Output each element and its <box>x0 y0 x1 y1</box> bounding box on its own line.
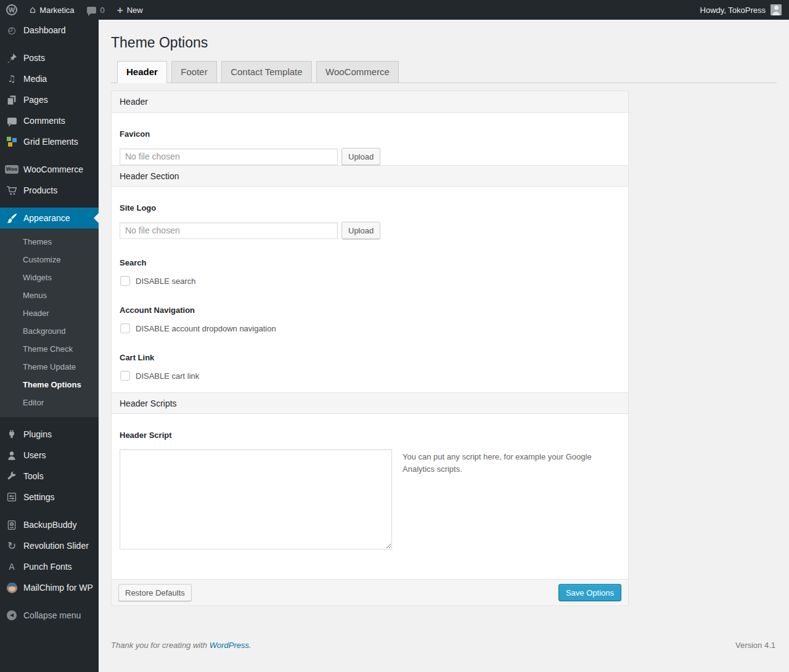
disable-account-nav-label: DISABLE account dropdown navigation <box>136 324 276 333</box>
header-script-help-text: You can put any script here, for example… <box>403 449 595 476</box>
disable-search-checkbox[interactable] <box>120 276 130 286</box>
disable-cart-link-checkbox[interactable] <box>120 371 130 381</box>
sidebar-item-label: Revolution Slider <box>23 541 89 551</box>
section-header-scripts: Header Scripts <box>112 392 628 414</box>
disable-cart-link-label: DISABLE cart link <box>136 371 199 381</box>
sidebar-item-plugins[interactable]: Plugins <box>0 424 99 445</box>
sidebar-item-appearance[interactable]: Appearance <box>0 208 99 229</box>
mailchimp-monkey-icon <box>6 583 18 593</box>
sidebar-item-label: Comments <box>23 116 65 126</box>
new-content-button[interactable]: + New <box>111 0 149 20</box>
collapse-menu-label: Collapse menu <box>23 610 81 620</box>
disable-search-label: DISABLE search <box>136 277 196 286</box>
appearance-submenu: Themes Customize Widgets Menus Header Ba… <box>0 229 99 417</box>
panel-footer: Restore Defaults Save Options <box>112 579 628 605</box>
tab-bar: Header Footer Contact Template WooCommer… <box>111 61 777 83</box>
sidebar-item-mailchimp[interactable]: MailChimp for WP <box>0 577 99 598</box>
wrench-icon <box>6 471 18 481</box>
disable-cart-link-row: DISABLE cart link <box>120 371 620 391</box>
sidebar-item-users[interactable]: Users <box>0 445 99 466</box>
disable-account-nav-row: DISABLE account dropdown navigation <box>120 323 620 333</box>
refresh-arrows-icon: ↻ <box>6 541 18 551</box>
comments-icon <box>6 118 18 124</box>
submenu-item-themes[interactable]: Themes <box>0 233 99 251</box>
sidebar-item-media[interactable]: ♫ Media <box>0 68 99 89</box>
submenu-item-header[interactable]: Header <box>0 304 99 322</box>
menu-separator <box>0 152 99 159</box>
user-icon <box>6 450 18 461</box>
woocommerce-badge-icon: Woo <box>6 165 18 174</box>
letter-a-icon: A <box>6 562 18 571</box>
site-logo-label: Site Logo <box>120 187 620 213</box>
menu-separator <box>0 417 99 424</box>
section-header-section: Header Section <box>112 165 628 187</box>
sidebar-item-label: Products <box>23 185 57 195</box>
submenu-item-theme-update[interactable]: Theme Update <box>0 358 99 376</box>
header-script-label: Header Script <box>120 414 620 440</box>
site-logo-file-input[interactable] <box>120 222 338 239</box>
wordpress-logo-button[interactable]: W <box>0 0 23 20</box>
favicon-file-input[interactable] <box>120 148 338 165</box>
sidebar-item-pages[interactable]: Pages <box>0 89 99 110</box>
tab-contact-template[interactable]: Contact Template <box>221 61 311 83</box>
submenu-item-theme-check[interactable]: Theme Check <box>0 340 99 358</box>
disable-search-row: DISABLE search <box>120 276 620 286</box>
sidebar-item-products[interactable]: Products <box>0 180 99 201</box>
comment-count: 0 <box>100 6 105 15</box>
submenu-item-widgets[interactable]: Widgets <box>0 269 99 286</box>
admin-sidebar: ◴ Dashboard Posts ♫ Media Pages Comments… <box>0 20 99 672</box>
sidebar-item-backupbuddy[interactable]: BackupBuddy <box>0 514 99 535</box>
sidebar-item-label: Users <box>23 450 46 460</box>
submenu-item-background[interactable]: Background <box>0 322 99 340</box>
sidebar-item-label: MailChimp for WP <box>23 583 93 593</box>
sidebar-item-label: Punch Fonts <box>23 562 72 572</box>
submenu-item-editor[interactable]: Editor <box>0 394 99 411</box>
sidebar-item-label: Plugins <box>23 429 52 439</box>
cart-link-label: Cart Link <box>120 333 620 362</box>
sidebar-item-label: Pages <box>23 95 48 105</box>
disable-account-nav-checkbox[interactable] <box>120 323 130 333</box>
sidebar-item-revolution-slider[interactable]: ↻ Revolution Slider <box>0 535 99 556</box>
sidebar-item-posts[interactable]: Posts <box>0 47 99 68</box>
sidebar-item-label: Posts <box>23 53 45 63</box>
user-avatar[interactable] <box>771 4 782 15</box>
header-section-fields: Site Logo Upload Search DISABLE search A… <box>112 187 628 391</box>
favicon-upload-button[interactable]: Upload <box>341 148 380 165</box>
sidebar-item-dashboard[interactable]: ◴ Dashboard <box>0 20 99 41</box>
wordpress-link[interactable]: WordPress <box>210 641 249 650</box>
favicon-section: Favicon Upload <box>112 113 628 165</box>
sidebar-item-punch-fonts[interactable]: A Punch Fonts <box>0 556 99 577</box>
header-script-textarea[interactable] <box>120 449 392 549</box>
sidebar-item-comments[interactable]: Comments <box>0 110 99 131</box>
pages-icon <box>6 95 18 105</box>
site-name-link[interactable]: ⌂ Marketica <box>23 0 81 20</box>
tab-woocommerce[interactable]: WooCommerce <box>316 61 399 83</box>
submenu-item-customize[interactable]: Customize <box>0 251 99 269</box>
howdy-account-link[interactable]: Howdy, TokoPress <box>700 6 766 15</box>
sidebar-item-grid-elements[interactable]: Grid Elements <box>0 131 99 152</box>
restore-defaults-button[interactable]: Restore Defaults <box>118 584 192 601</box>
grid-elements-icon <box>6 137 18 147</box>
dashboard-icon: ◴ <box>6 26 18 35</box>
section-header: Header <box>112 91 628 113</box>
tab-header[interactable]: Header <box>117 61 167 83</box>
sidebar-item-tools[interactable]: Tools <box>0 466 99 487</box>
save-options-button[interactable]: Save Options <box>558 584 621 601</box>
comments-admin-bar-button[interactable]: 0 <box>81 0 111 20</box>
home-icon: ⌂ <box>30 5 36 15</box>
submenu-item-menus[interactable]: Menus <box>0 286 99 304</box>
sidebar-item-label: Media <box>23 74 47 84</box>
sidebar-item-label: Settings <box>23 492 55 502</box>
sidebar-item-settings[interactable]: Settings <box>0 487 99 508</box>
site-name-label: Marketica <box>39 6 74 15</box>
media-icon: ♫ <box>6 75 18 84</box>
tab-footer[interactable]: Footer <box>171 61 216 83</box>
search-label: Search <box>120 239 620 267</box>
settings-sliders-icon <box>6 492 18 502</box>
new-label: New <box>127 6 143 15</box>
collapse-arrow-icon: ◀ <box>6 610 18 620</box>
submenu-item-theme-options[interactable]: Theme Options <box>0 376 99 394</box>
sidebar-item-woocommerce[interactable]: Woo WooCommerce <box>0 159 99 180</box>
collapse-menu-button[interactable]: ◀ Collapse menu <box>0 605 99 626</box>
site-logo-upload-button[interactable]: Upload <box>341 222 380 239</box>
